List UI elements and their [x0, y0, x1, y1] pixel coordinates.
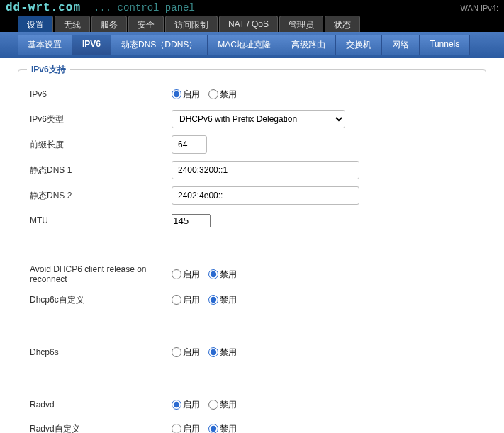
avoid_release-disable-radio[interactable] [208, 269, 218, 279]
avoid-release-label: Avoid DHCP6 client release on reconnect [30, 264, 172, 284]
radvd_custom-disable-radio[interactable] [208, 424, 218, 433]
dhcp6c-custom-label: Dhcp6c自定义 [30, 294, 172, 306]
mtu-label: MTU [30, 215, 172, 225]
ipv6-disable-option[interactable]: 禁用 [208, 89, 237, 101]
main-tab-1[interactable]: 无线 [55, 16, 90, 32]
radvd-radio-group: 启用禁用 [172, 399, 242, 411]
sub-tab-3[interactable]: MAC地址克隆 [208, 35, 281, 55]
wan-ip-label: WAN IPv4: [461, 4, 498, 12]
main-tab-7[interactable]: 状态 [325, 16, 360, 32]
radvd-enable-option[interactable]: 启用 [172, 399, 200, 411]
dhcp6c_custom-enable-option[interactable]: 启用 [172, 294, 200, 306]
avoid_release-enable-option[interactable]: 启用 [172, 269, 200, 281]
sub-tab-4[interactable]: 高级路由 [281, 35, 336, 55]
dhcp6s-radio-group: 启用禁用 [172, 347, 242, 359]
prefix-length-label: 前缀长度 [30, 139, 172, 151]
radvd-enable-radio[interactable] [172, 400, 181, 410]
sub-tab-0[interactable]: 基本设置 [18, 35, 72, 55]
prefix-length-input[interactable] [172, 135, 207, 154]
main-tab-0[interactable]: 设置 [18, 16, 53, 32]
dhcp6s-enable-option[interactable]: 启用 [172, 347, 200, 359]
ipv6-fieldset: IPv6支持 IPv6 启用禁用 IPv6类型 DHCPv6 with Pref… [18, 69, 486, 433]
sub-tab-1[interactable]: IPV6 [72, 35, 111, 55]
dns2-input[interactable] [172, 186, 359, 205]
dhcp6c_custom-disable-option[interactable]: 禁用 [208, 294, 237, 306]
ipv6-enable-option[interactable]: 启用 [172, 89, 200, 101]
dhcp6c-custom-radio-group: 启用禁用 [172, 294, 242, 306]
radvd-custom-label: Radvd自定义 [30, 423, 172, 434]
avoid-release-radio-group: 启用禁用 [172, 269, 242, 281]
dhcp6s-disable-radio[interactable] [208, 347, 218, 357]
header: dd-wrt.com ... control panel WAN IPv4: [0, 0, 504, 16]
dhcp6s-label: Dhcp6s [30, 347, 172, 357]
ipv6-radio-group: 启用禁用 [172, 89, 242, 101]
radvd-custom-radio-group: 启用禁用 [172, 423, 242, 434]
ipv6-disable-radio[interactable] [208, 89, 218, 99]
radvd_custom-enable-option[interactable]: 启用 [172, 423, 200, 434]
ipv6-enable-radio[interactable] [172, 89, 181, 99]
sub-tab-2[interactable]: 动态DNS（DDNS） [111, 35, 208, 55]
ipv6-label: IPv6 [30, 89, 172, 99]
dhcp6c_custom-disable-radio[interactable] [208, 295, 218, 305]
dhcp6s-enable-radio[interactable] [172, 347, 181, 357]
main-tab-4[interactable]: 访问限制 [165, 16, 218, 32]
radvd_custom-enable-radio[interactable] [172, 424, 181, 433]
fieldset-legend: IPv6支持 [27, 64, 70, 76]
dns2-label: 静态DNS 2 [30, 190, 172, 202]
dhcp6s-disable-option[interactable]: 禁用 [208, 347, 237, 359]
sub-tab-6[interactable]: 网络 [382, 35, 420, 55]
main-tab-2[interactable]: 服务 [91, 16, 127, 32]
avoid_release-disable-option[interactable]: 禁用 [208, 269, 237, 281]
avoid_release-enable-radio[interactable] [172, 269, 181, 279]
main-tab-6[interactable]: 管理员 [279, 16, 323, 32]
main-tab-3[interactable]: 安全 [128, 16, 164, 32]
ipv6-type-label: IPv6类型 [30, 113, 172, 125]
main-tabs: 设置无线服务安全访问限制NAT / QoS管理员状态 [0, 16, 504, 32]
sub-tab-5[interactable]: 交换机 [336, 35, 382, 55]
dns1-label: 静态DNS 1 [30, 164, 172, 176]
radvd_custom-disable-option[interactable]: 禁用 [208, 423, 237, 434]
logo: dd-wrt.com [6, 1, 81, 14]
ipv6-type-select[interactable]: DHCPv6 with Prefix Delegation [172, 110, 345, 128]
main-tab-5[interactable]: NAT / QoS [219, 16, 278, 32]
dhcp6c_custom-enable-radio[interactable] [172, 295, 181, 305]
logo-subtitle: ... control panel [94, 2, 195, 13]
sub-tabs: 基本设置IPV6动态DNS（DDNS）MAC地址克隆高级路由交换机网络Tunne… [0, 32, 504, 58]
radvd-disable-radio[interactable] [208, 400, 218, 410]
mtu-input[interactable] [172, 214, 211, 227]
radvd-disable-option[interactable]: 禁用 [208, 399, 237, 411]
radvd-label: Radvd [30, 400, 172, 410]
sub-tab-7[interactable]: Tunnels [420, 35, 470, 55]
dns1-input[interactable] [172, 161, 359, 179]
